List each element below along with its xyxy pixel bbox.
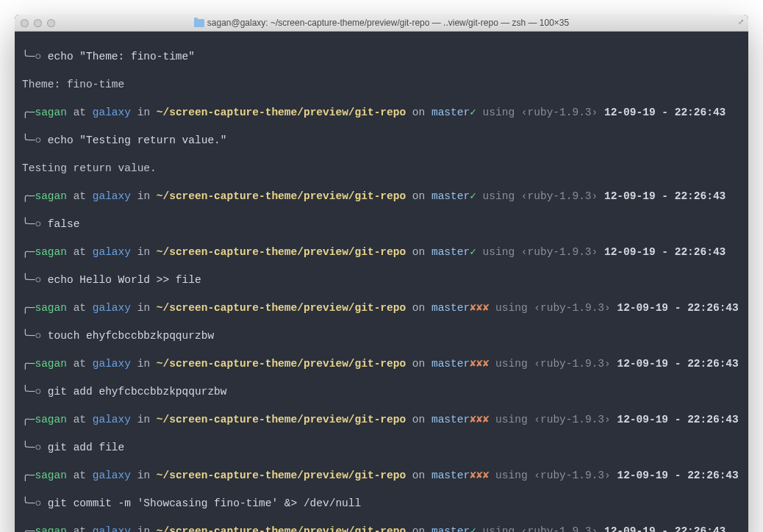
prompt-on: on (406, 107, 431, 118)
prompt-in: in (131, 525, 157, 532)
prompt-on: on (406, 525, 431, 532)
prompt-using: using (489, 470, 534, 481)
prompt-host: galaxy (93, 470, 131, 481)
prompt-corner: ╰─○ (22, 386, 48, 398)
prompt-at: at (67, 358, 93, 370)
prompt-in: in (131, 414, 157, 425)
check-icon: ✓ (470, 525, 476, 532)
prompt-path: ~/screen-capture-theme/preview/git-repo (157, 525, 406, 532)
prompt-time: 12-09-19 - 22:26:43 (617, 414, 738, 425)
terminal-body[interactable]: ╰─○ echo "Theme: fino-time" Theme: fino-… (15, 32, 748, 532)
terminal-window: sagan@galaxy: ~/screen-capture-theme/pre… (15, 15, 748, 532)
prompt-corner: ╭─ (22, 358, 35, 370)
prompt-branch: master (431, 246, 470, 258)
prompt-corner: ╭─ (22, 302, 35, 314)
prompt-using: using (489, 358, 534, 370)
prompt-using: using (476, 525, 521, 532)
command: touch ehyfcbccbbzkpqqurzbw (48, 330, 214, 342)
prompt-corner: ╰─○ (22, 218, 48, 230)
prompt-corner: ╰─○ (22, 497, 48, 509)
x-icon: ✘✘✘ (470, 470, 489, 481)
prompt-at: at (67, 525, 93, 532)
prompt-corner: ╭─ (22, 525, 35, 532)
prompt-time: 12-09-19 - 22:26:43 (617, 358, 738, 370)
prompt-on: on (406, 414, 431, 425)
command: echo "Testing return value." (48, 134, 227, 146)
prompt-in: in (131, 302, 157, 314)
expand-icon[interactable]: ⤢ (738, 18, 744, 26)
check-icon: ✓ (470, 107, 476, 118)
titlebar[interactable]: sagan@galaxy: ~/screen-capture-theme/pre… (15, 15, 748, 32)
prompt-corner: ╭─ (22, 246, 35, 258)
prompt-user: sagan (35, 525, 67, 532)
zoom-icon[interactable] (47, 19, 55, 27)
prompt-using: using (476, 107, 521, 118)
x-icon: ✘✘✘ (470, 302, 489, 314)
prompt-path: ~/screen-capture-theme/preview/git-repo (157, 107, 406, 118)
prompt-corner: ╰─○ (22, 442, 48, 453)
prompt-branch: master (431, 470, 470, 481)
prompt-path: ~/screen-capture-theme/preview/git-repo (157, 302, 406, 314)
prompt-using: using (489, 302, 534, 314)
prompt-user: sagan (35, 470, 67, 481)
prompt-using: using (476, 190, 521, 202)
x-icon: ✘✘✘ (470, 358, 489, 370)
prompt-corner: ╰─○ (22, 134, 48, 146)
prompt-at: at (67, 302, 93, 314)
check-icon: ✓ (470, 190, 476, 202)
prompt-path: ~/screen-capture-theme/preview/git-repo (157, 358, 406, 370)
prompt-in: in (131, 107, 157, 118)
output: Testing return value. (22, 162, 157, 174)
prompt-host: galaxy (93, 190, 131, 202)
prompt-path: ~/screen-capture-theme/preview/git-repo (157, 246, 406, 258)
prompt-branch: master (431, 302, 470, 314)
prompt-ruby: ‹ruby-1.9.3› (534, 302, 610, 314)
prompt-on: on (406, 302, 431, 314)
prompt-branch: master (431, 190, 470, 202)
prompt-corner: ╰─○ (22, 274, 48, 286)
check-icon: ✓ (470, 246, 476, 258)
prompt-on: on (406, 470, 431, 481)
prompt-ruby: ‹ruby-1.9.3› (521, 525, 598, 532)
command: git add file (48, 442, 124, 453)
prompt-in: in (131, 190, 157, 202)
prompt-user: sagan (35, 302, 67, 314)
prompt-at: at (67, 470, 93, 481)
prompt-corner: ╭─ (22, 470, 35, 481)
prompt-user: sagan (35, 246, 67, 258)
prompt-branch: master (431, 358, 470, 370)
prompt-branch: master (431, 107, 470, 118)
command: echo Hello World >> file (48, 274, 201, 286)
prompt-at: at (67, 107, 93, 118)
prompt-using: using (489, 414, 534, 425)
minimize-icon[interactable] (34, 19, 42, 27)
prompt-using: using (476, 246, 521, 258)
prompt-host: galaxy (93, 414, 131, 425)
prompt-ruby: ‹ruby-1.9.3› (534, 414, 610, 425)
close-icon[interactable] (21, 19, 29, 27)
prompt-user: sagan (35, 107, 67, 118)
prompt-user: sagan (35, 358, 67, 370)
prompt-on: on (406, 190, 431, 202)
prompt-branch: master (431, 525, 470, 532)
prompt-ruby: ‹ruby-1.9.3› (534, 470, 610, 481)
prompt-ruby: ‹ruby-1.9.3› (534, 358, 610, 370)
prompt-on: on (406, 358, 431, 370)
prompt-ruby: ‹ruby-1.9.3› (521, 107, 598, 118)
prompt-time: 12-09-19 - 22:26:43 (604, 107, 726, 118)
prompt-time: 12-09-19 - 22:26:43 (604, 246, 726, 258)
x-icon: ✘✘✘ (470, 414, 489, 425)
command: false (48, 218, 80, 230)
prompt-in: in (131, 358, 157, 370)
prompt-host: galaxy (93, 358, 131, 370)
prompt-corner: ╭─ (22, 107, 35, 118)
prompt-time: 12-09-19 - 22:26:43 (604, 190, 726, 202)
folder-icon (194, 19, 204, 27)
prompt-path: ~/screen-capture-theme/preview/git-repo (157, 190, 406, 202)
traffic-lights (21, 19, 55, 27)
prompt-path: ~/screen-capture-theme/preview/git-repo (157, 414, 406, 425)
prompt-corner: ╭─ (22, 414, 35, 425)
prompt-path: ~/screen-capture-theme/preview/git-repo (157, 470, 406, 481)
command: git commit -m 'Showcasing fino-time' &> … (48, 497, 361, 509)
command: git add ehyfcbccbbzkpqqurzbw (48, 386, 227, 398)
